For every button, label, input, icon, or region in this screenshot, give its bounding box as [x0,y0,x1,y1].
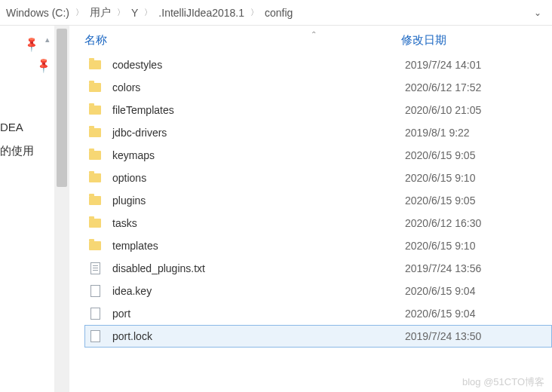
file-modified-date: 2020/6/15 9:05 [405,149,475,161]
file-row[interactable]: plugins2020/6/15 9:05 [84,189,552,212]
file-icon [88,307,102,320]
breadcrumb-label: .IntelliJIdea2018.1 [158,7,244,19]
folder-icon [88,216,102,230]
file-name: jdbc-drivers [112,127,405,139]
file-name: port [112,308,405,320]
breadcrumb-label: 用户 [90,6,111,20]
quick-access-panel: 📌 ▴ 📌 DEA 的使用 [0,26,54,392]
file-row[interactable]: port2020/6/15 9:04 [84,302,552,325]
file-row[interactable]: templates2020/6/15 9:10 [84,234,552,257]
folder-icon [88,81,102,94]
file-row[interactable]: keymaps2020/6/15 9:05 [84,144,552,167]
file-modified-date: 2020/6/15 9:10 [405,240,475,252]
sort-indicator-icon: ⌃ [311,30,317,38]
breadcrumb-item[interactable]: .IntelliJIdea2018.1 〉 [155,7,262,19]
file-name: colors [112,81,405,93]
file-modified-date: 2019/8/1 9:22 [405,127,470,139]
breadcrumb-label: Y [131,7,138,19]
file-row[interactable]: tasks2020/6/12 16:30 [84,212,552,234]
main-area: 📌 ▴ 📌 DEA 的使用 ⌃ 名称 修改日期 codestyles2019/7… [0,26,552,392]
scrollbar-thumb[interactable] [57,29,67,187]
file-row[interactable]: idea.key2020/6/15 9:04 [84,280,552,302]
chevron-right-icon: 〉 [144,7,152,18]
breadcrumb-item[interactable]: 用户 〉 [87,6,128,20]
sidebar-link[interactable]: DEA [0,121,54,133]
file-modified-date: 2020/6/12 17:52 [405,81,481,93]
watermark-text: blog @51CTO博客 [462,375,544,389]
breadcrumb-label: Windows (C:) [6,7,69,19]
file-name: port.lock [112,330,405,342]
folder-icon [88,126,102,139]
file-modified-date: 2019/7/24 13:56 [405,262,481,274]
folder-icon [88,103,102,117]
file-modified-date: 2019/7/24 13:50 [405,330,481,342]
breadcrumb-item[interactable]: config [262,7,296,19]
column-headers: 名称 修改日期 [84,26,552,54]
file-row[interactable]: colors2020/6/12 17:52 [84,76,552,99]
chevron-right-icon: 〉 [250,7,259,18]
history-dropdown-icon[interactable]: ⌄ [529,8,546,18]
folder-icon [88,239,102,253]
file-row[interactable]: port.lock2019/7/24 13:50 [84,325,552,348]
chevron-right-icon: 〉 [75,7,84,18]
file-row[interactable]: codestyles2019/7/24 14:01 [84,54,552,76]
folder-icon [88,58,102,72]
file-list-pane: ⌃ 名称 修改日期 codestyles2019/7/24 14:01color… [69,26,552,392]
file-modified-date: 2019/7/24 14:01 [405,59,481,71]
folder-icon [88,194,102,207]
column-header-name[interactable]: 名称 [84,33,401,47]
file-row[interactable]: options2020/6/15 9:10 [84,167,552,189]
file-row[interactable]: jdbc-drivers2019/8/1 9:22 [84,121,552,144]
pin-icon[interactable]: 📌 [23,35,40,52]
file-rows: codestyles2019/7/24 14:01colors2020/6/12… [84,54,552,348]
chevron-right-icon: 〉 [117,7,125,18]
file-name: templates [112,240,405,252]
file-modified-date: 2020/6/10 21:05 [405,104,481,116]
file-name: options [112,172,405,184]
file-icon [88,284,102,298]
file-name: keymaps [112,149,405,161]
file-icon [88,329,102,343]
file-name: plugins [112,194,405,207]
file-modified-date: 2020/6/15 9:04 [405,308,475,320]
file-row[interactable]: fileTemplates2020/6/10 21:05 [84,99,552,121]
file-modified-date: 2020/6/12 16:30 [405,217,481,229]
file-name: fileTemplates [112,104,405,116]
column-header-modified[interactable]: 修改日期 [401,33,552,47]
file-row[interactable]: disabled_plugins.txt2019/7/24 13:56 [84,257,552,280]
caret-up-icon: ▴ [45,35,50,44]
nav-scrollbar[interactable] [54,26,69,392]
address-bar[interactable]: Windows (C:) 〉 用户 〉 Y 〉 .IntelliJIdea201… [0,0,552,26]
breadcrumb-label: config [265,7,293,19]
file-icon [88,262,102,275]
file-modified-date: 2020/6/15 9:04 [405,285,475,297]
file-name: idea.key [112,285,405,297]
breadcrumb-item[interactable]: Windows (C:) 〉 [3,7,87,19]
file-name: codestyles [112,59,405,71]
folder-icon [88,171,102,185]
folder-icon [88,149,102,162]
pin-icon[interactable]: 📌 [35,56,52,73]
file-name: disabled_plugins.txt [112,262,405,274]
file-modified-date: 2020/6/15 9:05 [405,194,475,207]
breadcrumb-item[interactable]: Y 〉 [128,7,155,19]
file-name: tasks [112,217,405,229]
sidebar-link[interactable]: 的使用 [0,144,54,158]
file-modified-date: 2020/6/15 9:10 [405,172,475,184]
